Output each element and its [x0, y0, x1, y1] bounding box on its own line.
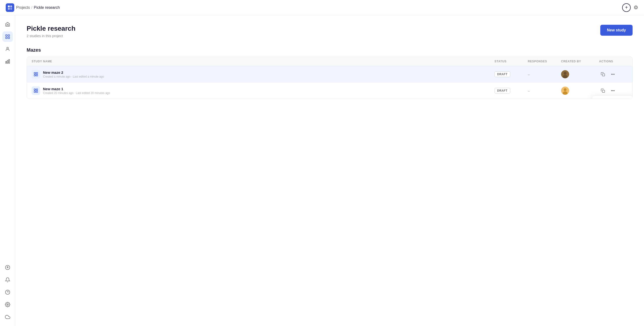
svg-point-18: [564, 72, 566, 75]
svg-rect-0: [8, 6, 10, 7]
svg-point-8: [7, 47, 8, 49]
sidebar-bottom: [2, 262, 13, 322]
settings-icon-button[interactable]: ⚙: [634, 5, 638, 11]
created-by-cell: [561, 70, 599, 78]
svg-rect-5: [8, 35, 9, 36]
sidebar-item-notifications[interactable]: [2, 275, 13, 285]
sidebar-item-home[interactable]: [2, 19, 13, 30]
responses-cell: –: [528, 72, 561, 76]
study-meta: Created 20 minutes ago · Last edited 20 …: [43, 91, 110, 95]
col-responses: RESPONSES: [528, 60, 561, 63]
svg-rect-27: [602, 90, 605, 93]
topbar-left: Projects / Pickle research: [6, 3, 60, 12]
breadcrumb-parent[interactable]: Projects: [16, 6, 30, 10]
sidebar-item-participants[interactable]: [2, 44, 13, 54]
page-subtitle: 2 studies in this project: [26, 34, 76, 38]
study-icon: [32, 86, 40, 95]
col-study-name: STUDY NAME: [32, 60, 494, 63]
topbar: Projects / Pickle research + ⚙: [0, 0, 644, 15]
svg-rect-6: [6, 37, 7, 39]
context-menu: Edit Rename Duplicate Delete: [592, 96, 632, 99]
study-meta: Created a minute ago · Last edited a min…: [43, 75, 104, 78]
svg-point-29: [613, 90, 613, 91]
study-table: STUDY NAME STATUS RESPONSES CREATED BY A…: [26, 57, 632, 99]
svg-rect-2: [8, 8, 10, 10]
avatar: [561, 70, 569, 78]
table-header: STUDY NAME STATUS RESPONSES CREATED BY A…: [27, 57, 632, 66]
status-badge: DRAFT: [494, 71, 510, 77]
study-name-cell: New maze 2 Created a minute ago · Last e…: [32, 70, 494, 79]
sidebar-item-help[interactable]: [2, 287, 13, 297]
studies-section: Mazes STUDY NAME STATUS RESPONSES CREATE…: [26, 47, 632, 99]
app-logo: [6, 3, 14, 12]
sidebar: [0, 15, 15, 326]
svg-rect-3: [10, 8, 12, 10]
status-badge: DRAFT: [494, 88, 510, 93]
created-by-cell: [561, 87, 599, 95]
sidebar-item-cloud[interactable]: [2, 312, 13, 322]
main-layout: Pickle research 2 studies in this projec…: [0, 15, 644, 326]
study-info: New maze 2 Created a minute ago · Last e…: [43, 70, 104, 78]
svg-point-23: [614, 74, 614, 74]
breadcrumb-current: Pickle research: [34, 6, 60, 10]
col-status: STATUS: [494, 60, 528, 63]
add-button[interactable]: +: [622, 3, 631, 12]
sidebar-item-settings[interactable]: [2, 299, 13, 310]
study-info: New maze 1 Created 20 minutes ago · Last…: [43, 87, 110, 95]
col-actions: ACTIONS: [599, 60, 628, 63]
svg-rect-11: [8, 60, 10, 64]
sidebar-item-upload[interactable]: [2, 262, 13, 273]
main-content: Pickle research 2 studies in this projec…: [15, 15, 644, 326]
breadcrumb: Projects / Pickle research: [16, 6, 60, 10]
new-study-button[interactable]: New study: [600, 25, 632, 36]
more-options-button[interactable]: [609, 87, 617, 94]
table-row: New maze 1 Created 20 minutes ago · Last…: [27, 83, 632, 99]
table-row: New maze 2 Created a minute ago · Last e…: [27, 66, 632, 83]
avatar: [561, 87, 569, 95]
more-options-button[interactable]: [609, 70, 617, 78]
svg-point-25: [564, 88, 566, 91]
study-name-cell: New maze 1 Created 20 minutes ago · Last…: [32, 86, 494, 95]
svg-rect-9: [6, 61, 6, 63]
status-cell: DRAFT: [494, 88, 528, 93]
svg-rect-4: [6, 35, 7, 36]
svg-point-21: [612, 74, 612, 74]
responses-cell: –: [528, 89, 561, 93]
status-cell: DRAFT: [494, 71, 528, 77]
sidebar-item-studies[interactable]: [2, 31, 13, 42]
duplicate-icon-button[interactable]: [599, 70, 607, 78]
col-created-by: CREATED BY: [561, 60, 599, 63]
section-title: Mazes: [26, 47, 632, 53]
menu-item-edit[interactable]: Edit: [592, 98, 632, 99]
svg-rect-20: [602, 74, 605, 76]
svg-point-16: [7, 304, 8, 305]
actions-cell: [599, 87, 628, 94]
page-title: Pickle research: [26, 25, 76, 32]
study-name[interactable]: New maze 1: [43, 87, 110, 91]
study-name[interactable]: New maze 2: [43, 70, 104, 74]
svg-rect-1: [10, 6, 12, 7]
page-header-text: Pickle research 2 studies in this projec…: [26, 25, 76, 38]
svg-point-22: [613, 74, 613, 74]
breadcrumb-separator: /: [31, 6, 32, 10]
study-icon: [32, 70, 40, 79]
duplicate-icon-button[interactable]: [599, 87, 607, 94]
svg-rect-10: [7, 60, 8, 63]
actions-cell: [599, 70, 628, 78]
svg-rect-7: [8, 37, 9, 39]
topbar-right: + ⚙: [622, 3, 638, 12]
svg-point-28: [612, 90, 612, 91]
sidebar-item-analytics[interactable]: [2, 56, 13, 67]
svg-point-30: [614, 90, 614, 91]
page-header: Pickle research 2 studies in this projec…: [26, 25, 632, 38]
